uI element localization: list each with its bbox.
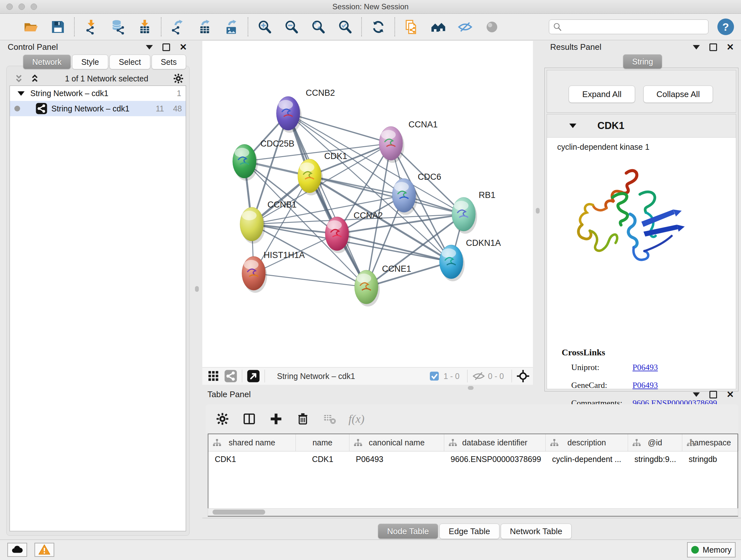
column-header-shared-name[interactable]: shared name xyxy=(208,434,296,451)
warnings-button[interactable] xyxy=(35,543,54,557)
network-view-toolbar: String Network – cdk1 1 - 0 0 - 0 xyxy=(202,367,533,385)
network-node-rb1[interactable] xyxy=(452,197,477,234)
fit-selected-crosshair-icon[interactable] xyxy=(516,369,530,383)
expand-all-tree-icon[interactable] xyxy=(27,71,43,86)
table-options-gear-icon[interactable] xyxy=(214,411,230,427)
hidden-eye-slash-icon[interactable] xyxy=(472,369,485,383)
zoom-selected-icon[interactable] xyxy=(337,19,353,35)
memory-button[interactable]: Memory xyxy=(687,542,736,557)
zoom-window-button[interactable] xyxy=(30,3,37,10)
zoom-in-icon[interactable] xyxy=(257,19,273,35)
zoom-fit-icon[interactable] xyxy=(310,19,326,35)
cell-shared-name[interactable]: CDK1 xyxy=(208,451,296,467)
add-column-icon[interactable] xyxy=(268,411,284,427)
selected-checkbox-icon[interactable] xyxy=(428,369,441,383)
cloud-status-button[interactable] xyxy=(7,543,27,557)
table-row[interactable]: CDK1CDK1P064939606.ENSP00000378699cyclin… xyxy=(208,451,738,467)
collapse-all-tree-icon[interactable] xyxy=(11,71,27,86)
network-share-toggle-icon[interactable] xyxy=(224,369,238,383)
cell-namespace[interactable]: stringdb xyxy=(682,451,739,467)
search-field[interactable] xyxy=(549,19,709,34)
cell-canonical-name[interactable]: P06493 xyxy=(349,451,444,467)
network-row[interactable]: String Network – cdk1 11 48 xyxy=(10,101,186,116)
cell-description[interactable]: cyclin-dependent ... xyxy=(546,451,628,467)
show-columns-icon[interactable] xyxy=(241,411,257,427)
export-table-icon[interactable] xyxy=(197,19,212,35)
scrollbar-thumb[interactable] xyxy=(212,509,265,515)
panel-collapse-icon[interactable] xyxy=(693,45,700,50)
right-splitter-handle[interactable] xyxy=(536,208,540,213)
import-table-file-icon[interactable] xyxy=(137,19,152,35)
column-header-namespace[interactable]: namespace xyxy=(682,434,739,451)
network-node-ccna2[interactable] xyxy=(325,217,350,253)
tab-node-table[interactable]: Node Table xyxy=(378,523,438,539)
panel-close-icon[interactable]: ✕ xyxy=(727,44,734,51)
network-view-title: String Network – cdk1 xyxy=(277,372,355,381)
network-node-cdkn1a[interactable] xyxy=(440,245,465,281)
panel-close-icon[interactable]: ✕ xyxy=(180,44,187,51)
collapse-all-button[interactable]: Collapse All xyxy=(643,85,713,103)
network-edge[interactable] xyxy=(254,273,366,287)
network-collection-row[interactable]: String Network – cdk1 1 xyxy=(10,86,186,101)
cell--id[interactable]: stringdb:9... xyxy=(628,451,682,467)
network-node-ccnb2[interactable] xyxy=(276,97,301,133)
import-network-file-icon[interactable] xyxy=(83,19,99,35)
cell-database-identifier[interactable]: 9606.ENSP00000378699 xyxy=(444,451,546,467)
cell-name[interactable]: CDK1 xyxy=(296,451,349,467)
minimize-window-button[interactable] xyxy=(18,3,25,10)
network-options-gear-icon[interactable] xyxy=(171,71,186,86)
tab-network[interactable]: Network xyxy=(23,55,71,69)
panel-close-icon[interactable]: ✕ xyxy=(727,391,734,398)
help-button[interactable]: ? xyxy=(718,18,734,35)
column-header-canonical-name[interactable]: canonical name xyxy=(349,434,444,451)
panel-float-icon[interactable] xyxy=(710,44,717,51)
column-header-database-identifier[interactable]: database identifier xyxy=(444,434,546,451)
node-label-cdc6: CDC6 xyxy=(418,172,441,182)
birds-eye-view-icon[interactable] xyxy=(247,369,260,383)
crosslinks-heading: CrossLinks xyxy=(562,348,605,358)
horizontal-scrollbar[interactable] xyxy=(208,508,738,516)
column-header-name[interactable]: name xyxy=(296,434,349,451)
string-import-icon[interactable] xyxy=(403,19,419,35)
expand-all-button[interactable]: Expand All xyxy=(569,85,635,103)
open-session-icon[interactable] xyxy=(23,19,39,35)
network-canvas[interactable]: CCNB2CCNA1CDC25BCDK1CDC6RB1CCNB1CCNA2CDK… xyxy=(202,41,533,367)
save-session-icon[interactable] xyxy=(50,19,66,35)
delete-column-trash-icon[interactable] xyxy=(295,411,311,427)
panel-collapse-icon[interactable] xyxy=(146,45,153,50)
crosslink-link[interactable]: P06493 xyxy=(632,363,658,372)
column-header--id[interactable]: @id xyxy=(628,434,682,451)
column-header-description[interactable]: description xyxy=(546,434,628,451)
network-node-cdc6[interactable] xyxy=(392,179,417,215)
refresh-view-icon[interactable] xyxy=(370,19,386,35)
network-edge[interactable] xyxy=(288,113,391,143)
tab-sets[interactable]: Sets xyxy=(151,55,186,69)
tab-network-table[interactable]: Network Table xyxy=(501,523,571,539)
tab-select[interactable]: Select xyxy=(110,55,150,69)
network-node-hist1h1a[interactable] xyxy=(242,256,267,293)
tab-style[interactable]: Style xyxy=(72,55,109,69)
network-node-ccnb1[interactable] xyxy=(240,207,265,244)
panel-collapse-icon[interactable] xyxy=(693,392,700,397)
tab-string[interactable]: String xyxy=(623,54,662,69)
export-network-icon[interactable] xyxy=(170,19,186,35)
import-network-database-icon[interactable] xyxy=(110,19,126,35)
grid-view-icon[interactable] xyxy=(207,369,220,383)
node-label-cdkn1a: CDKN1A xyxy=(466,238,501,248)
search-input[interactable] xyxy=(564,22,704,31)
tree-expand-icon[interactable] xyxy=(17,91,24,96)
home-multiple-icon[interactable] xyxy=(430,19,446,35)
panel-float-icon[interactable] xyxy=(162,44,170,51)
network-edge[interactable] xyxy=(288,113,366,287)
close-window-button[interactable] xyxy=(6,3,13,10)
tab-edge-table[interactable]: Edge Table xyxy=(440,523,499,539)
export-image-icon[interactable] xyxy=(223,19,239,35)
zoom-out-icon[interactable] xyxy=(283,19,299,35)
hide-panel-eye-icon[interactable] xyxy=(457,19,473,35)
show-panel-eye-icon[interactable] xyxy=(484,19,500,35)
network-node-ccne1[interactable] xyxy=(354,270,380,307)
left-splitter-handle[interactable] xyxy=(195,286,199,292)
section-collapse-icon[interactable] xyxy=(569,124,576,128)
panel-float-icon[interactable] xyxy=(710,391,717,398)
gene-section-header[interactable]: CDK1 xyxy=(547,114,736,138)
